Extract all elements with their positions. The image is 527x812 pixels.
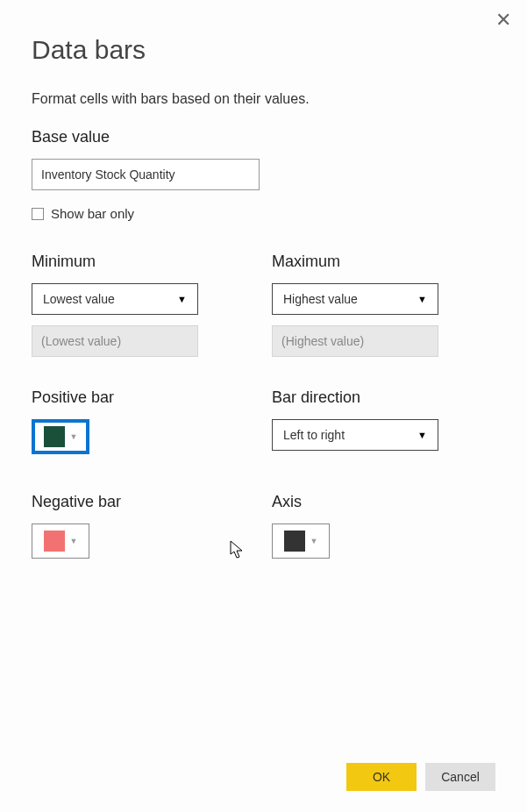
negbar-axis-row: Negative bar ▼ Axis ▼ [32, 493, 495, 559]
chevron-down-icon: ▼ [310, 537, 318, 545]
maximum-col: Maximum Highest value ▼ (Highest value) [272, 253, 438, 357]
minimum-placeholder: (Lowest value) [41, 334, 121, 348]
show-bar-only-checkbox[interactable] [32, 208, 44, 220]
min-max-row: Minimum Lowest value ▼ (Lowest value) Ma… [32, 253, 495, 357]
close-icon: ✕ [495, 9, 511, 31]
maximum-dropdown[interactable]: Highest value ▼ [272, 283, 438, 315]
negative-bar-col: Negative bar ▼ [32, 493, 198, 559]
posbar-direction-row: Positive bar ▼ Bar direction Left to rig… [32, 388, 495, 461]
positive-bar-color-picker[interactable]: ▼ [32, 419, 89, 454]
ok-button[interactable]: OK [346, 763, 417, 791]
show-bar-only-label: Show bar only [51, 206, 134, 221]
base-value-text: Inventory Stock Quantity [41, 167, 175, 182]
chevron-down-icon: ▼ [70, 537, 78, 545]
axis-label: Axis [272, 493, 438, 511]
negative-bar-swatch [44, 531, 65, 552]
positive-bar-swatch [44, 426, 65, 447]
bar-direction-dropdown[interactable]: Left to right ▼ [272, 419, 438, 451]
data-bars-dialog: ✕ Data bars Format cells with bars based… [0, 0, 527, 812]
axis-swatch [284, 531, 305, 552]
show-bar-only-row: Show bar only [32, 206, 495, 221]
minimum-col: Minimum Lowest value ▼ (Lowest value) [32, 253, 198, 357]
chevron-down-icon: ▼ [417, 294, 427, 304]
dialog-title: Data bars [32, 35, 495, 65]
maximum-value-input: (Highest value) [272, 325, 438, 357]
axis-color-picker[interactable]: ▼ [272, 524, 330, 559]
minimum-value-input: (Lowest value) [32, 325, 198, 357]
positive-bar-col: Positive bar ▼ [32, 388, 198, 461]
maximum-placeholder: (Highest value) [281, 334, 364, 348]
base-value-field[interactable]: Inventory Stock Quantity [32, 159, 260, 190]
dialog-footer: OK Cancel [32, 745, 495, 791]
close-button[interactable]: ✕ [495, 11, 511, 30]
negative-bar-color-picker[interactable]: ▼ [32, 524, 89, 559]
minimum-dropdown-value: Lowest value [43, 292, 115, 306]
axis-col: Axis ▼ [272, 493, 438, 559]
bar-direction-label: Bar direction [272, 388, 438, 407]
bar-direction-dropdown-value: Left to right [283, 428, 345, 442]
maximum-label: Maximum [272, 253, 438, 271]
maximum-dropdown-value: Highest value [283, 292, 358, 306]
chevron-down-icon: ▼ [417, 430, 427, 440]
chevron-down-icon: ▼ [177, 294, 187, 304]
minimum-label: Minimum [32, 253, 198, 271]
minimum-dropdown[interactable]: Lowest value ▼ [32, 283, 198, 315]
dialog-description: Format cells with bars based on their va… [32, 91, 495, 107]
base-value-label: Base value [32, 128, 495, 146]
cancel-button[interactable]: Cancel [425, 763, 495, 791]
positive-bar-label: Positive bar [32, 388, 198, 407]
negative-bar-label: Negative bar [32, 493, 198, 511]
bar-direction-col: Bar direction Left to right ▼ [272, 388, 438, 461]
chevron-down-icon: ▼ [70, 432, 78, 441]
